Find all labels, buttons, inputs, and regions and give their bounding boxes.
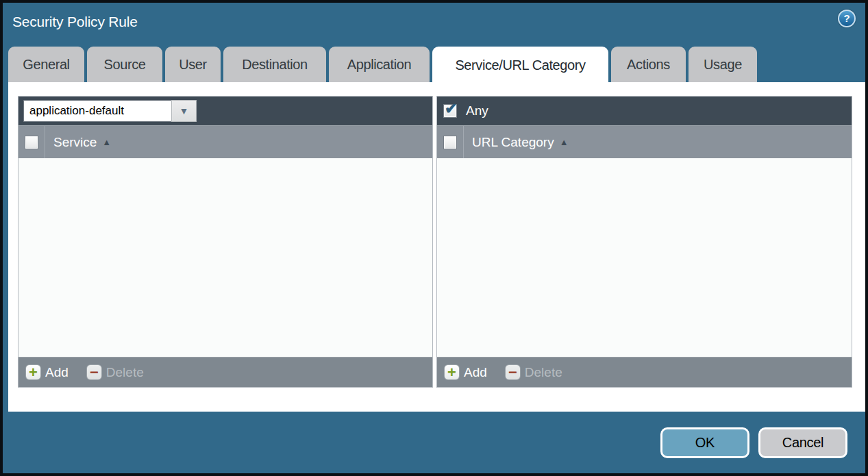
tab-application[interactable]: Application <box>329 47 430 82</box>
tab-content-area: ▼ Service ▲ + Add − Delete ✔ Any <box>8 82 865 412</box>
column-separator <box>463 126 464 158</box>
column-separator <box>45 126 45 158</box>
url-category-delete-button[interactable]: Delete <box>525 365 562 380</box>
service-type-dropdown: ▼ <box>23 100 197 122</box>
dialog-titlebar: Security Policy Rule ? <box>3 3 865 44</box>
service-select-all-checkbox[interactable] <box>25 136 38 149</box>
service-type-dropdown-button[interactable]: ▼ <box>171 100 197 122</box>
tab-user[interactable]: User <box>165 47 221 82</box>
url-category-actionbar: + Add − Delete <box>437 357 852 387</box>
tab-usage[interactable]: Usage <box>689 47 757 82</box>
sort-ascending-icon[interactable]: ▲ <box>102 137 111 147</box>
help-icon[interactable]: ? <box>838 10 856 27</box>
tab-actions[interactable]: Actions <box>611 47 686 82</box>
service-type-dropdown-input[interactable] <box>23 100 171 122</box>
service-column-header-label: Service <box>53 135 97 150</box>
url-category-column-header-label: URL Category <box>472 135 554 150</box>
any-checkbox-label[interactable]: Any <box>466 103 488 118</box>
tab-source[interactable]: Source <box>87 47 162 82</box>
url-category-list[interactable] <box>437 158 852 357</box>
url-category-add-button[interactable]: Add <box>464 365 487 380</box>
chevron-down-icon: ▼ <box>179 105 189 116</box>
tab-destination[interactable]: Destination <box>223 47 326 82</box>
dialog-footer: OK Cancel <box>660 427 847 458</box>
ok-button[interactable]: OK <box>660 427 749 458</box>
tab-general[interactable]: General <box>8 47 84 82</box>
service-delete-button[interactable]: Delete <box>106 365 144 380</box>
url-category-panel: ✔ Any URL Category ▲ + Add − Delete <box>436 96 852 388</box>
url-category-panel-header: ✔ Any <box>437 97 852 125</box>
tab-bar: General Source User Destination Applicat… <box>8 47 757 84</box>
add-icon[interactable]: + <box>25 364 41 380</box>
service-panel: ▼ Service ▲ + Add − Delete <box>18 96 433 388</box>
delete-icon[interactable]: − <box>86 364 102 380</box>
dialog-title: Security Policy Rule <box>12 14 138 30</box>
sort-ascending-icon[interactable]: ▲ <box>560 137 569 147</box>
tab-service-url-category[interactable]: Service/URL Category <box>432 47 608 84</box>
security-policy-rule-dialog: { "dialog": { "title": "Security Policy … <box>0 0 868 476</box>
service-actionbar: + Add − Delete <box>18 357 432 387</box>
checkmark-icon: ✔ <box>445 100 457 118</box>
cancel-button[interactable]: Cancel <box>758 427 847 458</box>
url-category-column-header-row: URL Category ▲ <box>437 125 852 158</box>
service-panel-header: ▼ <box>18 97 432 125</box>
any-checkbox[interactable]: ✔ <box>443 104 457 118</box>
service-column-header-row: Service ▲ <box>18 125 432 158</box>
add-icon[interactable]: + <box>444 364 460 380</box>
url-category-select-all-checkbox[interactable] <box>443 136 457 149</box>
delete-icon[interactable]: − <box>505 364 521 380</box>
service-add-button[interactable]: Add <box>45 365 69 380</box>
service-list[interactable] <box>18 158 432 357</box>
